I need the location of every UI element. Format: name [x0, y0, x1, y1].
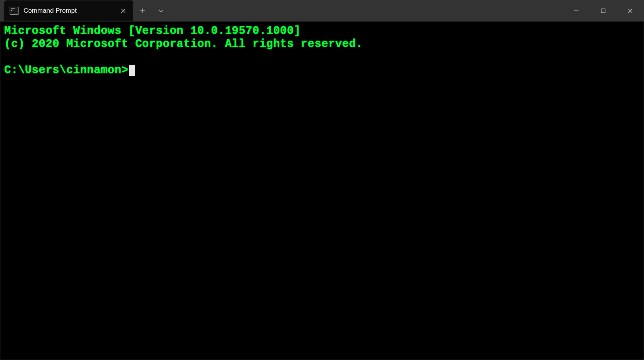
close-window-button[interactable] — [617, 0, 644, 21]
cursor — [129, 65, 135, 76]
window-controls — [563, 0, 644, 21]
tab-close-button[interactable] — [118, 5, 129, 16]
tab-command-prompt[interactable]: Command Prompt — [4, 0, 133, 21]
tab-dropdown-button[interactable] — [152, 0, 170, 21]
terminal-window: Command Prompt Microsoft Win — [0, 0, 644, 360]
tab-strip: Command Prompt — [0, 0, 563, 21]
maximize-button[interactable] — [590, 0, 617, 21]
terminal-line: (c) 2020 Microsoft Corporation. All righ… — [4, 38, 363, 50]
terminal-line: Microsoft Windows [Version 10.0.19570.10… — [4, 25, 301, 37]
tab-title: Command Prompt — [23, 7, 113, 15]
prompt-text: C:\Users\cinnamon> — [4, 64, 128, 77]
prompt-line: C:\Users\cinnamon> — [4, 64, 135, 77]
terminal-output[interactable]: Microsoft Windows [Version 10.0.19570.10… — [0, 22, 644, 360]
minimize-button[interactable] — [563, 0, 590, 21]
command-prompt-icon — [10, 7, 19, 15]
title-bar: Command Prompt — [0, 0, 644, 22]
svg-rect-5 — [601, 9, 605, 13]
new-tab-button[interactable] — [133, 0, 152, 21]
